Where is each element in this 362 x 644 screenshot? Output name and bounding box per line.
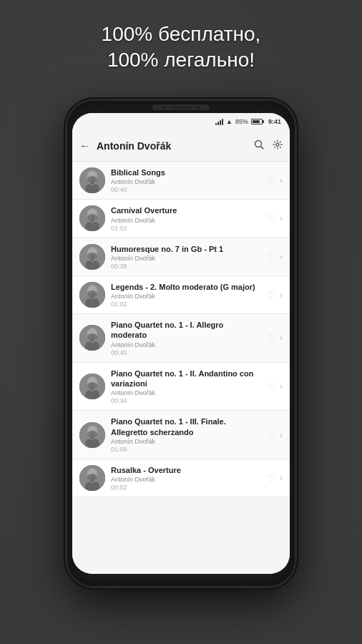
song-actions: ♡ ›	[267, 381, 283, 392]
svg-point-41	[87, 474, 97, 481]
favorite-button[interactable]: ♡	[267, 429, 275, 440]
svg-point-31	[87, 382, 97, 389]
favorite-button[interactable]: ♡	[267, 290, 275, 301]
song-actions: ♡ ›	[267, 290, 283, 301]
song-title: Legends - 2. Molto moderato (G major)	[111, 282, 261, 292]
status-time: 9:41	[268, 118, 281, 125]
song-title: Piano Quartet no. 1 - III. Finale. Alleg…	[111, 416, 261, 437]
chevron-right-icon: ›	[280, 290, 283, 300]
list-item[interactable]: Biblical Songs Antonín Dvořák 00:40 ♡ ›	[72, 162, 290, 200]
artist-avatar	[79, 167, 105, 193]
song-artist: Antonín Dvořák	[111, 255, 261, 262]
song-info: Carnival Overture Antonín Dvořák 01:02	[111, 205, 261, 231]
song-artist: Antonín Dvořák	[111, 476, 261, 483]
song-title: Humoresque no. 7 in Gb - Pt 1	[111, 244, 261, 254]
song-artist: Antonín Dvořák	[111, 217, 261, 224]
svg-point-36	[87, 431, 97, 438]
chevron-right-icon: ›	[280, 333, 283, 343]
song-artist: Antonín Dvořák	[111, 293, 261, 300]
settings-button[interactable]	[273, 140, 283, 152]
song-artist: Antonín Dvořák	[111, 341, 261, 348]
page-title: Antonín Dvořák	[97, 140, 245, 152]
list-item[interactable]: Legends - 2. Molto moderato (G major) An…	[72, 276, 290, 314]
song-title: Rusalka - Overture	[111, 465, 261, 475]
status-bar: ▲ 85% 9:41	[72, 113, 290, 130]
song-info: Biblical Songs Antonín Dvořák 00:40	[111, 167, 261, 193]
chevron-right-icon: ›	[280, 473, 283, 483]
song-artist: Antonín Dvořák	[111, 389, 261, 396]
phone-screen: ▲ 85% 9:41 ← Antonín Dvořák	[72, 113, 290, 574]
chevron-right-icon: ›	[280, 252, 283, 262]
svg-point-2	[276, 143, 279, 146]
song-duration: 00:52	[111, 484, 261, 491]
chevron-right-icon: ›	[280, 175, 283, 185]
list-item[interactable]: Rusalka - Overture Antonín Dvořák 00:52 …	[72, 459, 290, 497]
song-info: Piano Quartet no. 1 - I. Allegro moderat…	[111, 320, 261, 356]
song-actions: ♡ ›	[267, 429, 283, 440]
list-item[interactable]: Humoresque no. 7 in Gb - Pt 1 Antonín Dv…	[72, 238, 290, 276]
svg-line-1	[261, 147, 264, 150]
song-title: Carnival Overture	[111, 205, 261, 215]
song-duration: 00:34	[111, 397, 261, 404]
svg-point-16	[87, 253, 97, 260]
song-title: Piano Quartet no. 1 - II. Andantino con …	[111, 369, 261, 389]
chevron-right-icon: ›	[280, 381, 283, 391]
search-button[interactable]	[254, 140, 264, 152]
battery-percent: 85%	[235, 118, 248, 125]
song-artist: Antonín Dvořák	[111, 438, 261, 445]
artist-avatar	[79, 422, 105, 448]
song-info: Piano Quartet no. 1 - III. Finale. Alleg…	[111, 416, 261, 453]
song-duration: 00:38	[111, 263, 261, 270]
song-actions: ♡ ›	[267, 213, 283, 224]
list-item[interactable]: Carnival Overture Antonín Dvořák 01:02 ♡…	[72, 200, 290, 238]
list-item[interactable]: Piano Quartet no. 1 - I. Allegro moderat…	[72, 314, 290, 363]
artist-avatar	[79, 374, 105, 399]
phone-device: ▲ 85% 9:41 ← Antonín Dvořák	[67, 100, 295, 587]
song-duration: 01:02	[111, 301, 261, 308]
chevron-right-icon: ›	[280, 213, 283, 223]
song-actions: ♡ ›	[267, 333, 283, 343]
song-duration: 01:09	[111, 446, 261, 453]
favorite-button[interactable]: ♡	[267, 333, 275, 343]
banner-line1: 100% бесплатно,	[0, 21, 362, 47]
song-actions: ♡ ›	[267, 473, 283, 484]
favorite-button[interactable]: ♡	[267, 251, 275, 262]
song-info: Humoresque no. 7 in Gb - Pt 1 Antonín Dv…	[111, 244, 261, 270]
top-banner: 100% бесплатно, 100% легально!	[0, 21, 362, 74]
song-duration: 00:40	[111, 349, 261, 356]
artist-avatar	[79, 244, 105, 270]
song-info: Piano Quartet no. 1 - II. Andantino con …	[111, 369, 261, 405]
favorite-button[interactable]: ♡	[267, 381, 275, 392]
song-duration: 00:40	[111, 186, 261, 193]
wifi-icon: ▲	[226, 118, 233, 125]
list-item[interactable]: Piano Quartet no. 1 - II. Andantino con …	[72, 363, 290, 411]
artist-avatar	[79, 282, 105, 308]
song-artist: Antonín Dvořák	[111, 178, 261, 185]
song-info: Legends - 2. Molto moderato (G major) An…	[111, 282, 261, 308]
svg-point-6	[87, 176, 97, 183]
app-header: ← Antonín Dvořák	[72, 130, 290, 162]
banner-line2: 100% легально!	[0, 47, 362, 73]
song-actions: ♡ ›	[267, 175, 283, 186]
favorite-button[interactable]: ♡	[267, 473, 275, 484]
svg-point-21	[87, 291, 97, 298]
chevron-right-icon: ›	[280, 430, 283, 440]
back-button[interactable]: ←	[79, 140, 91, 152]
list-item[interactable]: Piano Quartet no. 1 - III. Finale. Alleg…	[72, 411, 290, 459]
song-actions: ♡ ›	[267, 251, 283, 262]
svg-point-11	[87, 214, 97, 221]
song-duration: 01:02	[111, 225, 261, 232]
favorite-button[interactable]: ♡	[267, 175, 275, 186]
song-info: Rusalka - Overture Antonín Dvořák 00:52	[111, 465, 261, 491]
artist-avatar	[79, 325, 105, 351]
favorite-button[interactable]: ♡	[267, 213, 275, 224]
artist-avatar	[79, 205, 105, 231]
song-list: Biblical Songs Antonín Dvořák 00:40 ♡ ›	[72, 162, 290, 574]
svg-point-26	[87, 333, 97, 341]
song-title: Biblical Songs	[111, 167, 261, 177]
artist-avatar	[79, 465, 105, 491]
song-title: Piano Quartet no. 1 - I. Allegro moderat…	[111, 320, 261, 341]
